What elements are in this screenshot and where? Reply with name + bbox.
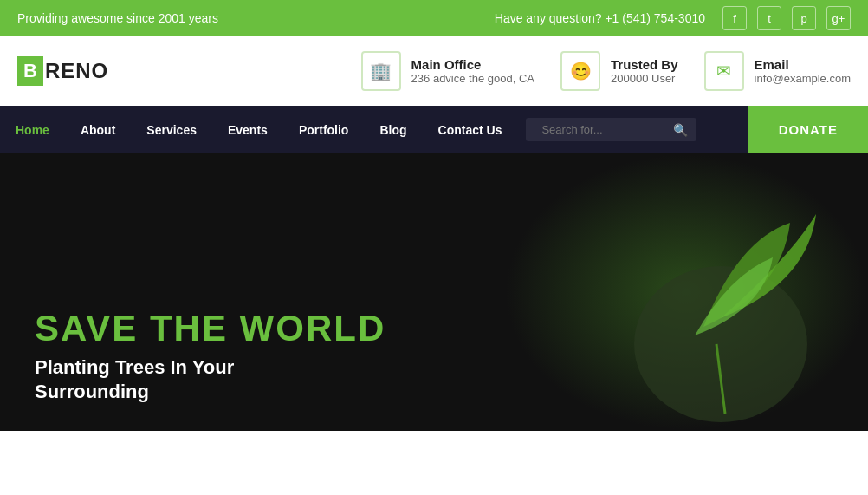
trusted-by-value: 200000 User: [611, 72, 678, 85]
hero-section: SAVE THE WORLD Planting Trees In Your Su…: [0, 153, 868, 431]
email-label: Email: [755, 57, 851, 72]
logo[interactable]: B RENO: [17, 56, 108, 86]
facebook-icon[interactable]: f: [722, 6, 747, 30]
top-bar: Providing awesome since 2001 years Have …: [0, 0, 868, 36]
navbar: Home About Services Events Portfolio Blo…: [0, 106, 868, 153]
trusted-by-label: Trusted By: [611, 57, 678, 72]
nav-item-portfolio[interactable]: Portfolio: [283, 106, 365, 153]
email-icon: ✉: [704, 51, 744, 91]
main-office-icon: 🏢: [361, 51, 401, 91]
info-item-email: ✉ Email info@example.com: [704, 51, 851, 91]
nav-item-home[interactable]: Home: [0, 106, 65, 153]
nav-item-events[interactable]: Events: [212, 106, 283, 153]
main-office-label: Main Office: [411, 57, 534, 72]
nav-item-contact-us[interactable]: Contact Us: [423, 106, 518, 153]
info-item-main-office: 🏢 Main Office 236 advice the good, CA: [361, 51, 534, 91]
main-office-value: 236 advice the good, CA: [411, 72, 534, 85]
trusted-by-text: Trusted By 200000 User: [611, 57, 678, 85]
google-plus-icon[interactable]: g+: [826, 6, 851, 30]
svg-point-0: [634, 266, 807, 422]
hero-subheadline: Planting Trees In Your Surrounding: [35, 355, 385, 405]
phone-number: Have any question? +1 (541) 754-3010: [495, 11, 705, 25]
nav-item-blog[interactable]: Blog: [364, 106, 422, 153]
nav-item-about[interactable]: About: [65, 106, 131, 153]
hero-content: SAVE THE WORLD Planting Trees In Your Su…: [35, 309, 385, 405]
logo-text: RENO: [45, 59, 108, 83]
top-bar-right: Have any question? +1 (541) 754-3010 f t…: [495, 6, 851, 30]
email-value: info@example.com: [755, 72, 851, 85]
search-icon[interactable]: 🔍: [673, 123, 688, 137]
email-text: Email info@example.com: [755, 57, 851, 85]
trusted-by-icon: 😊: [560, 51, 600, 91]
logo-box-letter: B: [17, 56, 43, 86]
hero-plant-illustration: [547, 171, 825, 431]
tagline: Providing awesome since 2001 years: [17, 11, 218, 25]
pinterest-icon[interactable]: p: [792, 6, 816, 30]
search-area: 🔍: [526, 118, 696, 141]
donate-button[interactable]: DONATE: [748, 106, 868, 153]
header: B RENO 🏢 Main Office 236 advice the good…: [0, 36, 868, 106]
header-info: 🏢 Main Office 236 advice the good, CA 😊 …: [361, 51, 851, 91]
hero-headline: SAVE THE WORLD: [35, 309, 385, 348]
nav-item-services[interactable]: Services: [131, 106, 212, 153]
main-office-text: Main Office 236 advice the good, CA: [411, 57, 534, 85]
twitter-icon[interactable]: t: [757, 6, 781, 30]
search-input[interactable]: [534, 118, 673, 141]
nav-links: Home About Services Events Portfolio Blo…: [0, 106, 748, 153]
info-item-trusted-by: 😊 Trusted By 200000 User: [560, 51, 678, 91]
social-icons-group: f t p g+: [722, 6, 851, 30]
